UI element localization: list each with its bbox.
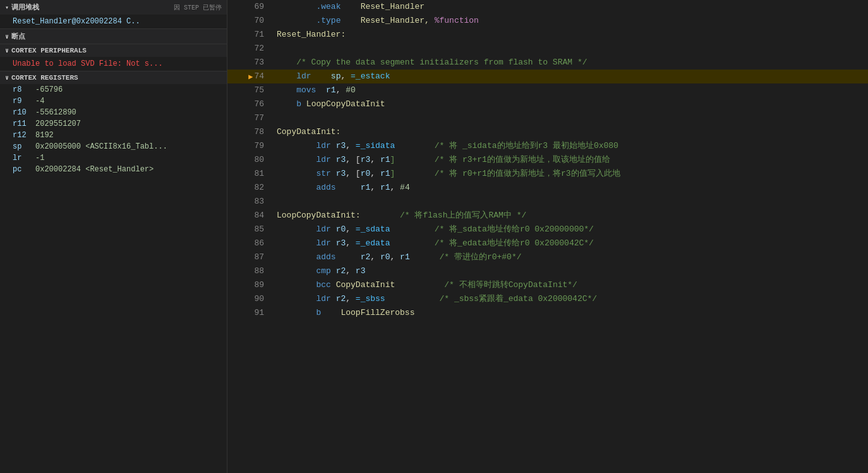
cortex-peripherals-chevron: ∨ — [5, 47, 9, 54]
line-content: ldr sp, =_estack — [270, 70, 868, 83]
line-content: .type Reset_Handler, %function — [270, 14, 868, 28]
line-number-container: 69 — [227, 0, 270, 14]
line-number-container: 88 — [227, 264, 270, 278]
line-number-container: 77 — [227, 111, 270, 125]
register-value: -1 — [35, 154, 44, 163]
register-item: r9-4 — [0, 95, 227, 107]
code-line: 86 ldr r3, =_edata /* 将_edata地址传给r0 0x20… — [227, 236, 868, 250]
line-number: 85 — [254, 223, 264, 236]
line-content: adds r2, r0, r1 /* 带进位的r0+#0*/ — [270, 250, 868, 264]
line-number: 72 — [254, 42, 264, 56]
register-name: r8 — [13, 85, 32, 94]
line-content: adds r1, r1, #4 — [270, 181, 868, 195]
line-number-container: 84 — [227, 209, 270, 223]
cortex-peripherals-section: ∨ CORTEX PERIPHERALS Unable to load SVD … — [0, 44, 227, 71]
line-content: ldr r2, =_sbss /* _sbss紧跟着_edata 0x20000… — [270, 292, 868, 306]
line-number-container: 78 — [227, 125, 270, 139]
line-number-container: 83 — [227, 195, 270, 209]
code-line: 69 .weak Reset_Handler — [227, 0, 868, 14]
line-number: 73 — [254, 56, 264, 70]
call-stack-title: 调用堆栈 — [11, 3, 39, 12]
register-name: r9 — [13, 97, 32, 106]
code-line: 88 cmp r2, r3 — [227, 264, 868, 278]
line-content — [270, 195, 868, 209]
code-lines: 69 .weak Reset_Handler70 .type Reset_Han… — [227, 0, 868, 473]
line-number-container: 81 — [227, 167, 270, 181]
line-content — [270, 42, 868, 56]
line-content: movs r1, #0 — [270, 83, 868, 97]
code-line: 90 ldr r2, =_sbss /* _sbss紧跟着_edata 0x20… — [227, 292, 868, 306]
code-line: 78CopyDataInit: — [227, 125, 868, 139]
line-content: ldr r0, =_sdata /* 将_sdata地址传给r0 0x20000… — [270, 223, 868, 236]
line-content: /* Copy the data segment initializers fr… — [270, 56, 868, 70]
call-stack-badge: 因 STEP 已暂停 — [174, 3, 222, 12]
breakpoints-chevron: ∨ — [5, 33, 9, 40]
register-item: r8-65796 — [0, 84, 227, 95]
breakpoints-section: ∨ 断点 — [0, 28, 227, 44]
line-number: 69 — [254, 0, 264, 14]
line-number-container: 90 — [227, 292, 270, 306]
line-number: 83 — [254, 195, 264, 209]
code-line: 81 str r3, [r0, r1] /* 将 r0+r1的值做为新地址，将r… — [227, 167, 868, 181]
line-content: b LoopFillZerobss — [270, 306, 868, 320]
line-number-container: 79 — [227, 139, 270, 153]
line-number-container: 91 — [227, 306, 270, 320]
line-content: b LoopCopyDataInit — [270, 97, 868, 111]
code-line: 77 — [227, 111, 868, 125]
register-value: -55612890 — [35, 108, 76, 117]
line-number: 87 — [254, 250, 264, 264]
call-stack-item[interactable]: Reset_Handler@0x20002284 C.. — [0, 15, 227, 28]
line-number: 77 — [254, 111, 264, 125]
code-line: 70 .type Reset_Handler, %function — [227, 14, 868, 28]
code-area: 69 .weak Reset_Handler70 .type Reset_Han… — [227, 0, 868, 473]
breakpoints-header[interactable]: ∨ 断点 — [0, 29, 227, 44]
line-number-container: 73 — [227, 56, 270, 70]
line-number: 70 — [254, 14, 264, 28]
register-item: lr-1 — [0, 152, 227, 164]
code-line: 75 movs r1, #0 — [227, 83, 868, 97]
code-line: ▶74 ldr sp, =_estack — [227, 70, 868, 83]
register-name: r12 — [13, 131, 32, 140]
cortex-registers-title: CORTEX REGISTERS — [11, 74, 78, 82]
call-stack-chevron: ▾ — [5, 4, 9, 11]
line-number: 84 — [254, 209, 264, 223]
line-number-container: 86 — [227, 236, 270, 250]
code-line: 82 adds r1, r1, #4 — [227, 181, 868, 195]
line-content: ldr r3, [r3, r1] /* 将 r3+r1的值做为新地址，取该地址的… — [270, 153, 868, 167]
line-number-container: 85 — [227, 223, 270, 236]
line-number: 75 — [254, 83, 264, 97]
cortex-peripherals-title: CORTEX PERIPHERALS — [11, 47, 87, 54]
line-content: ldr r3, =_edata /* 将_edata地址传给r0 0x20000… — [270, 236, 868, 250]
code-line: 83 — [227, 195, 868, 209]
register-name: sp — [13, 142, 32, 151]
left-panel: ▾ 调用堆栈 因 STEP 已暂停 Reset_Handler@0x200022… — [0, 0, 227, 473]
line-number-container: 76 — [227, 97, 270, 111]
line-number-container: ▶74 — [227, 70, 270, 83]
line-number: 74 — [254, 70, 264, 83]
line-number-container: 89 — [227, 278, 270, 292]
line-content: Reset_Handler: — [270, 28, 868, 42]
line-number: 71 — [254, 28, 264, 42]
line-number: 78 — [254, 125, 264, 139]
line-number-container: 80 — [227, 153, 270, 167]
register-item: sp0x20005000 <ASCII8x16_Tabl... — [0, 141, 227, 152]
line-number: 89 — [254, 278, 264, 292]
line-number-container: 72 — [227, 42, 270, 56]
register-item: pc0x20002284 <Reset_Handler> — [0, 164, 227, 175]
line-content: LoopCopyDataInit: /* 将flash上的值写入RAM中 */ — [270, 209, 868, 223]
call-stack-header[interactable]: ▾ 调用堆栈 因 STEP 已暂停 — [0, 0, 227, 15]
register-item: r112029551207 — [0, 118, 227, 130]
code-line: 76 b LoopCopyDataInit — [227, 97, 868, 111]
cortex-peripherals-header[interactable]: ∨ CORTEX PERIPHERALS — [0, 44, 227, 57]
register-value: -65796 — [35, 85, 63, 94]
register-name: r11 — [13, 120, 32, 128]
cortex-registers-header[interactable]: ∨ CORTEX REGISTERS — [0, 71, 227, 84]
register-name: pc — [13, 165, 32, 174]
cortex-registers-chevron: ∨ — [5, 74, 9, 82]
line-number: 90 — [254, 292, 264, 306]
line-number: 79 — [254, 139, 264, 153]
line-number: 80 — [254, 153, 264, 167]
code-line: 85 ldr r0, =_sdata /* 将_sdata地址传给r0 0x20… — [227, 223, 868, 236]
line-number: 86 — [254, 236, 264, 250]
cortex-peripherals-item: Unable to load SVD File: Not s... — [0, 57, 227, 71]
